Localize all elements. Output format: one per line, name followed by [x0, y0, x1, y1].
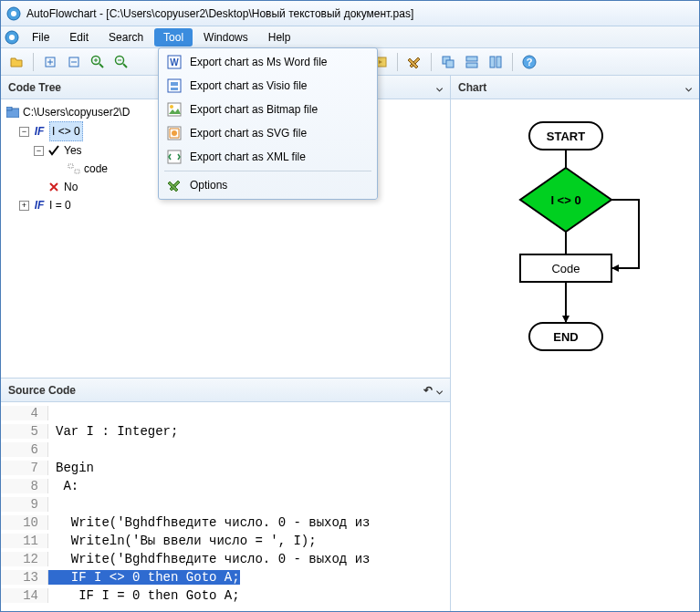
options-item[interactable]: Options	[161, 173, 375, 197]
menu-edit[interactable]: Edit	[60, 28, 98, 47]
tree-yes-label: Yes	[64, 141, 82, 160]
panel-chevron-icon[interactable]: ⌵	[685, 81, 692, 94]
export-word-item[interactable]: W Export chart as Ms Word file	[161, 50, 375, 74]
options-label: Options	[190, 179, 227, 192]
svg-rect-19	[466, 57, 477, 61]
svg-point-33	[172, 130, 177, 136]
export-word-label: Export chart as Ms Word file	[190, 56, 328, 68]
svg-point-3	[9, 35, 15, 40]
svg-rect-34	[168, 150, 181, 163]
export-svg-label: Export chart as SVG file	[190, 127, 307, 140]
word-icon: W	[166, 54, 183, 70]
if-icon: IF	[33, 199, 46, 212]
code-line-highlighted: IF I <> 0 then Goto A;	[48, 570, 240, 585]
menu-help[interactable]: Help	[259, 28, 300, 47]
app-icon	[6, 6, 21, 21]
window-title: AutoFlowchart - [C:\Users\copyuser2\Desk…	[26, 7, 413, 20]
svg-rect-28	[171, 82, 178, 86]
menu-windows[interactable]: Windows	[194, 28, 257, 47]
source-code-panel: Source Code ↶ ⌵ 4 5Var I : Integer; 6 7B…	[1, 379, 450, 611]
tile-horiz-icon[interactable]	[462, 52, 482, 72]
settings-icon[interactable]	[404, 52, 424, 72]
line-number: 9	[1, 497, 48, 512]
code-line: Write('Bghdfhведите число. 0 - выход из	[48, 515, 370, 530]
menu-search[interactable]: Search	[99, 28, 152, 47]
options-icon	[166, 177, 183, 193]
dropdown-separator	[164, 171, 371, 171]
tile-vert-icon[interactable]	[486, 52, 506, 72]
code-line: Write('Bghdfhведите число. 0 - выход из	[48, 552, 370, 566]
visio-icon	[166, 78, 183, 94]
line-number: 11	[1, 534, 48, 548]
svg-line-10	[99, 64, 103, 67]
zoom-in-icon[interactable]	[88, 52, 108, 72]
collapse-toggle[interactable]: −	[34, 146, 44, 156]
svg-point-31	[170, 105, 173, 109]
panel-chevron-icon[interactable]: ⌵	[436, 81, 443, 94]
export-visio-item[interactable]: Export chart as Visio file	[161, 74, 375, 98]
line-number: 13	[1, 570, 48, 585]
cascade-icon[interactable]	[438, 52, 458, 72]
tree-root-label: C:\Users\copyuser2\D	[23, 103, 130, 121]
check-icon	[47, 144, 60, 157]
svg-rect-20	[466, 63, 477, 67]
source-code-title: Source Code	[8, 384, 76, 397]
line-number: 5	[1, 424, 48, 439]
svg-line-14	[123, 64, 127, 67]
svg-marker-41	[611, 265, 619, 272]
svg-rect-36	[6, 107, 12, 110]
tree-if1-label: I <> 0	[49, 121, 83, 141]
menu-file[interactable]: File	[23, 28, 58, 47]
help-icon[interactable]: ?	[519, 52, 539, 72]
tree-code-label: code	[84, 160, 108, 178]
undo-icon[interactable]: ↶	[423, 384, 433, 397]
titlebar: AutoFlowchart - [C:\Users\copyuser2\Desk…	[1, 1, 699, 26]
panel-chevron-icon[interactable]: ⌵	[436, 384, 443, 397]
code-line: Writeln('Вы ввели число = ', I);	[48, 534, 317, 548]
expand-toggle[interactable]: +	[19, 201, 29, 211]
svg-rect-22	[496, 57, 501, 67]
xml-icon	[166, 149, 183, 165]
svg-marker-43	[562, 316, 569, 323]
export-visio-label: Export chart as Visio file	[190, 79, 308, 92]
code-icon	[68, 162, 80, 175]
export-xml-item[interactable]: Export chart as XML file	[161, 145, 375, 169]
menu-tool[interactable]: Tool	[154, 28, 193, 47]
svg-text:W: W	[170, 57, 179, 67]
separator	[512, 53, 513, 71]
code-tree-title: Code Tree	[8, 81, 61, 94]
line-number: 12	[1, 552, 48, 566]
export-bitmap-item[interactable]: Export chart as Bitmap file	[161, 98, 375, 121]
code-line: Var I : Integer;	[48, 424, 178, 439]
flowchart-canvas[interactable]: START I <> 0 Code END	[451, 99, 699, 400]
flowchart-process-label: Code	[551, 262, 580, 275]
collapse-icon[interactable]	[64, 52, 84, 72]
menu-icon	[5, 30, 19, 45]
bitmap-icon	[166, 101, 183, 118]
line-number: 8	[1, 479, 48, 493]
menubar: File Edit Search Tool Windows Help	[1, 26, 699, 48]
svg-text:?: ?	[527, 57, 533, 67]
svg-rect-29	[171, 88, 178, 90]
export-xml-label: Export chart as XML file	[190, 150, 306, 163]
code-line: IF I = 0 then Goto A;	[48, 588, 240, 603]
expand-icon[interactable]	[40, 52, 60, 72]
collapse-toggle[interactable]: −	[19, 127, 29, 137]
line-number: 10	[1, 515, 48, 530]
code-editor[interactable]: 4 5Var I : Integer; 6 7Begin 8 A: 9 10 W…	[1, 402, 450, 607]
cross-icon	[47, 181, 60, 193]
tree-no-label: No	[64, 178, 78, 196]
line-number: 4	[1, 406, 48, 420]
svg-rect-37	[68, 164, 73, 168]
export-bitmap-label: Export chart as Bitmap file	[190, 103, 318, 116]
line-number: 6	[1, 442, 48, 457]
flowchart-end-label: END	[553, 330, 578, 344]
zoom-out-icon[interactable]	[111, 52, 131, 72]
open-icon[interactable]	[6, 52, 26, 72]
flowchart-start-label: START	[547, 130, 585, 143]
svg-rect-21	[490, 57, 495, 67]
line-number: 7	[1, 461, 48, 475]
line-number: 14	[1, 588, 48, 603]
export-svg-item[interactable]: Export chart as SVG file	[161, 121, 375, 145]
tool-dropdown: W Export chart as Ms Word file Export ch…	[158, 47, 378, 200]
